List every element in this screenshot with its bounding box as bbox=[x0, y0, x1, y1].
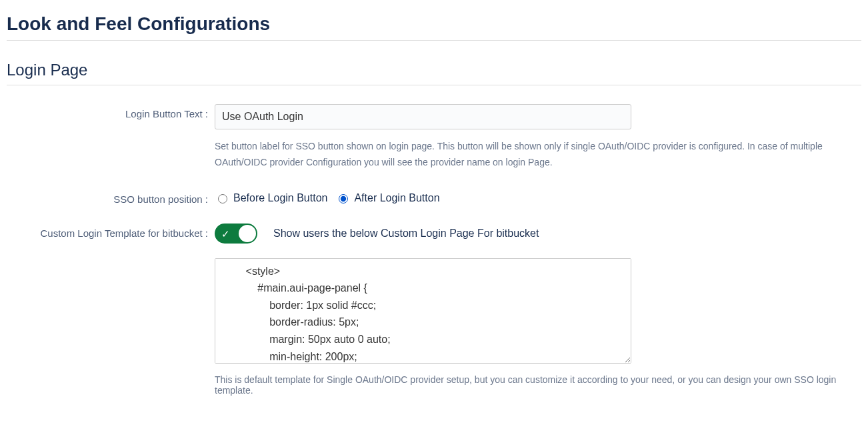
toggle-knob bbox=[239, 225, 256, 242]
check-icon: ✓ bbox=[221, 228, 230, 238]
custom-template-toggle[interactable]: ✓ bbox=[215, 224, 257, 244]
custom-template-footer: This is default template for Single OAut… bbox=[215, 374, 855, 396]
login-button-text-row: Login Button Text : Set button label for… bbox=[7, 104, 861, 171]
custom-template-description: Show users the below Custom Login Page F… bbox=[273, 228, 539, 240]
custom-template-row: Custom Login Template for bitbucket : ✓ … bbox=[7, 224, 861, 396]
login-button-text-help: Set button label for SSO button shown on… bbox=[215, 139, 855, 171]
title-divider bbox=[7, 40, 861, 41]
sso-position-row: SSO button position : Before Login Butto… bbox=[7, 189, 861, 205]
login-button-text-input[interactable] bbox=[215, 104, 631, 129]
sso-position-before-label[interactable]: Before Login Button bbox=[233, 192, 327, 204]
custom-template-textarea[interactable] bbox=[215, 258, 631, 364]
section-title: Login Page bbox=[7, 61, 861, 79]
login-button-text-label: Login Button Text : bbox=[7, 104, 215, 119]
sso-position-before-radio[interactable] bbox=[218, 194, 227, 203]
section-divider bbox=[7, 85, 861, 85]
sso-position-after-label[interactable]: After Login Button bbox=[354, 192, 439, 204]
sso-position-after-radio[interactable] bbox=[339, 194, 348, 203]
sso-position-label: SSO button position : bbox=[7, 189, 215, 205]
custom-template-label: Custom Login Template for bitbucket : bbox=[7, 224, 215, 239]
page-title: Look and Feel Configurations bbox=[7, 13, 861, 35]
